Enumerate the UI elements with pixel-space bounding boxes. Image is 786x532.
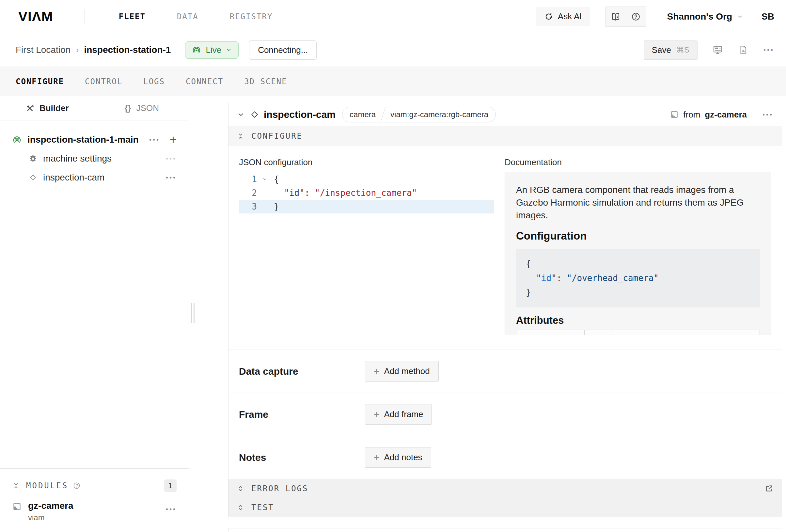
- breadcrumb-machine-name: inspection-station-1: [84, 45, 171, 55]
- top-nav: VIΛM FLEET DATA REGISTRY Ask AI Shannon'…: [0, 0, 786, 33]
- machine-part-icon: [13, 135, 22, 144]
- add-method-button[interactable]: + Add method: [365, 361, 439, 381]
- machine-bar-actions: Save ⌘S •••: [644, 41, 774, 60]
- top-nav-tabs: FLEET DATA REGISTRY: [119, 12, 273, 21]
- tab-configure[interactable]: CONFIGURE: [16, 77, 64, 86]
- editor-line: 2 "id": "/inspection_camera": [239, 186, 494, 200]
- builder-mode-button[interactable]: Builder: [0, 96, 95, 120]
- tab-connect[interactable]: CONNECT: [186, 77, 223, 86]
- frame-label: Frame: [239, 409, 365, 420]
- module-list-item[interactable]: gz-camera viam •••: [0, 495, 189, 522]
- save-shortcut: ⌘S: [676, 45, 689, 54]
- machine-header-bar: First Location › inspection-station-1 Li…: [0, 33, 786, 67]
- component-type: camera: [342, 107, 383, 122]
- nav-tab-fleet[interactable]: FLEET: [119, 12, 145, 21]
- help-icon[interactable]: [73, 482, 80, 490]
- top-nav-right: Ask AI Shannon's Org SB: [536, 6, 774, 27]
- breadcrumb-location[interactable]: First Location: [16, 45, 70, 55]
- documentation-button[interactable]: [605, 7, 626, 26]
- test-bar[interactable]: TEST: [229, 498, 782, 517]
- chevron-down-icon: [226, 47, 232, 53]
- save-button[interactable]: Save ⌘S: [644, 41, 697, 60]
- doc-description: An RGB camera component that reads image…: [516, 183, 760, 222]
- code-text: {: [274, 174, 279, 184]
- json-mode-button[interactable]: {} JSON: [95, 96, 189, 120]
- monitor-icon: [713, 45, 723, 55]
- tree-root-machine[interactable]: inspection-station-1-main ••• +: [0, 130, 189, 149]
- ai-sparkle-icon: [544, 12, 553, 21]
- notes-label: Notes: [239, 452, 365, 463]
- line-number: 2: [239, 188, 262, 198]
- add-notes-button[interactable]: + Add notes: [365, 447, 431, 468]
- error-logs-bar[interactable]: ERROR LOGS: [229, 479, 782, 498]
- doc-configuration-heading: Configuration: [516, 230, 760, 242]
- plus-icon: +: [374, 367, 379, 376]
- live-status-badge[interactable]: Live: [185, 42, 239, 59]
- live-status-label: Live: [206, 45, 221, 55]
- add-component-button[interactable]: +: [170, 134, 177, 145]
- component-more-menu[interactable]: •••: [763, 111, 773, 118]
- tree-item-inspection-cam[interactable]: inspection-cam •••: [0, 168, 189, 187]
- help-button[interactable]: [626, 7, 646, 26]
- viam-logo[interactable]: VIΛM: [18, 9, 53, 24]
- braces-icon: {}: [124, 103, 131, 113]
- from-prefix: from: [683, 110, 700, 120]
- module-card-header: gz-camera by viam module Registry •••: [229, 528, 782, 532]
- builder-tools-icon: [26, 104, 34, 113]
- user-avatar[interactable]: SB: [762, 11, 774, 22]
- builder-label: Builder: [40, 103, 69, 113]
- configure-section-bar[interactable]: CONFIGURE: [229, 126, 782, 146]
- add-frame-button[interactable]: + Add frame: [365, 404, 432, 425]
- open-error-logs-button[interactable]: [765, 484, 773, 493]
- logs-report-button[interactable]: [738, 45, 748, 55]
- external-link-icon: [765, 484, 773, 493]
- breadcrumb-separator: ›: [76, 45, 79, 55]
- org-switcher[interactable]: Shannon's Org: [667, 11, 744, 22]
- from-module-link[interactable]: from gz-camera: [670, 110, 747, 120]
- json-config-column: JSON configuration 1 { 2 "id": "/inspect…: [239, 157, 494, 335]
- frame-section: Frame + Add frame: [229, 393, 782, 436]
- tree-item-label: inspection-cam: [43, 172, 105, 183]
- documentation-column: Documentation An RGB camera component th…: [505, 157, 771, 335]
- plus-icon: +: [374, 410, 379, 419]
- sidebar-resize-handle[interactable]: [191, 303, 195, 323]
- inspection-cam-more-menu[interactable]: •••: [166, 174, 177, 181]
- workspace: Builder {} JSON inspection-station-1-mai…: [0, 96, 786, 532]
- configure-section-label: CONFIGURE: [251, 132, 303, 141]
- connecting-button[interactable]: Connecting...: [249, 41, 317, 60]
- tab-control[interactable]: CONTROL: [85, 77, 122, 86]
- editor-line-active: 3 }: [239, 200, 494, 213]
- tab-logs[interactable]: LOGS: [143, 77, 165, 86]
- machine-more-menu[interactable]: •••: [763, 47, 774, 53]
- broadcast-icon: [192, 45, 201, 54]
- machine-settings-more-menu[interactable]: •••: [166, 155, 177, 162]
- gear-icon: [29, 154, 37, 163]
- json-config-label: JSON configuration: [239, 157, 494, 167]
- root-more-menu[interactable]: •••: [149, 136, 160, 143]
- attributes-table: [516, 330, 760, 335]
- tree-item-machine-settings[interactable]: machine settings •••: [0, 149, 189, 168]
- remote-control-button[interactable]: [713, 45, 723, 55]
- fold-chevron-icon[interactable]: [262, 177, 274, 182]
- tab-3d-scene[interactable]: 3D SCENE: [244, 77, 287, 86]
- from-module-name: gz-camera: [705, 110, 747, 120]
- nav-tab-data[interactable]: DATA: [177, 12, 199, 21]
- module-more-menu[interactable]: •••: [166, 506, 177, 512]
- error-logs-label: ERROR LOGS: [251, 484, 308, 493]
- collapse-icon[interactable]: [13, 482, 20, 489]
- doc-code-block: { "id": "/overhead_camera" }: [516, 249, 760, 307]
- json-config-editor[interactable]: 1 { 2 "id": "/inspection_camera" 3: [239, 172, 494, 335]
- module-card-gz-camera: gz-camera by viam module Registry •••: [228, 528, 782, 532]
- nav-tab-registry[interactable]: REGISTRY: [230, 12, 273, 21]
- data-capture-section: Data capture + Add method: [229, 350, 782, 393]
- code-text: "id": "/inspection_camera": [274, 188, 417, 198]
- docs-help-group: [605, 6, 646, 27]
- component-model: viam:gz-camera:rgb-camera: [383, 107, 495, 122]
- configure-body: JSON configuration 1 { 2 "id": "/inspect…: [229, 146, 782, 350]
- modules-title: MODULES: [26, 481, 68, 490]
- main-content: inspection-cam camera viam:gz-camera:rgb…: [189, 96, 786, 532]
- book-icon: [611, 12, 621, 22]
- ask-ai-button[interactable]: Ask AI: [536, 7, 590, 26]
- collapse-card-chevron-icon[interactable]: [237, 111, 245, 118]
- line-number: 1: [239, 174, 262, 184]
